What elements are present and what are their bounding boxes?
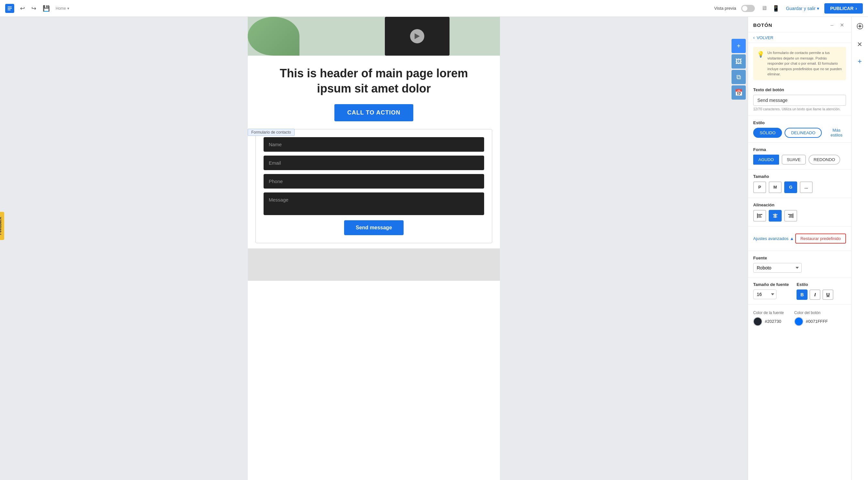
advanced-label: Ajustes avanzados — [753, 236, 788, 241]
page-header-title: This is header of main page lorem ipsum … — [261, 66, 487, 96]
forma-suave-button[interactable]: SUAVE — [782, 155, 806, 164]
advanced-row: Ajustes avanzados ▲ Restaurar predefinid… — [753, 231, 846, 246]
publicar-label: PUBLICAR — [830, 6, 854, 11]
font-select[interactable]: Roboto — [753, 263, 802, 273]
floating-toolbar: + 🖼 ⧉ 📅 — [730, 36, 748, 102]
color-boton-value: #0071FFFF — [806, 319, 828, 324]
align-center-icon — [773, 213, 778, 218]
mobile-icon[interactable]: 📱 — [771, 4, 781, 13]
panel-texto-seccion: Texto del botón 12/70 caracteres. Utiliz… — [748, 84, 851, 114]
guardar-label: Guardar y salir — [786, 6, 816, 11]
estilo-label: Estilo — [753, 120, 846, 125]
color-fuente-swatch[interactable] — [753, 317, 762, 326]
cta-wrapper: CALL TO ACTION — [248, 101, 500, 129]
forma-agudo-button[interactable]: AGUDO — [753, 155, 779, 164]
topbar-actions: ↩ ↪ 💾 — [18, 3, 52, 14]
restaurar-button[interactable]: Restaurar predefinido — [795, 234, 846, 244]
video-placeholder[interactable] — [385, 17, 450, 56]
color-fuente-swatch-row: #202730 — [753, 317, 784, 326]
size-m-button[interactable]: M — [769, 181, 782, 193]
svg-rect-8 — [793, 213, 793, 218]
ajustes-avanzados-button[interactable]: Ajustes avanzados ▲ — [753, 236, 794, 241]
home-label: Home — [56, 6, 66, 11]
color-fuente-item: Color de la fuente #202730 — [753, 310, 784, 326]
estilo-mas-button[interactable]: Más estilos — [827, 128, 846, 138]
contact-form: Name Email Phone Message Send message — [255, 129, 492, 243]
panel-estilo-seccion: Estilo SÓLIDO DELINEADO Más estilos — [748, 117, 851, 141]
home-menu-button[interactable]: Home ▾ — [56, 6, 69, 11]
italic-button[interactable]: I — [809, 290, 820, 300]
close-panel-button[interactable]: ✕ — [855, 38, 864, 50]
alineacion-label: Alineación — [753, 203, 846, 207]
panel-back-button[interactable]: ‹ VOLVER — [748, 32, 851, 43]
save-draft-button[interactable]: 💾 — [41, 3, 52, 14]
home-chevron-icon: ▾ — [67, 6, 69, 11]
topbar-left: ↩ ↪ 💾 Home ▾ — [5, 3, 69, 14]
form-section-label: Formulario de contacto — [248, 129, 294, 136]
size-p-button[interactable]: P — [753, 181, 766, 193]
leaf-decoration — [248, 17, 300, 56]
form-section-wrapper: Formulario de contacto Name Email Phone … — [248, 129, 500, 243]
align-center-button[interactable] — [769, 210, 782, 221]
svg-rect-9 — [788, 214, 792, 215]
add-section-button[interactable]: + — [856, 55, 864, 68]
svg-rect-6 — [774, 215, 777, 216]
bold-button[interactable]: B — [797, 290, 808, 300]
form-field-phone[interactable]: Phone — [264, 174, 484, 188]
preview-toggle[interactable] — [741, 5, 755, 12]
float-image-button[interactable]: 🖼 — [732, 54, 746, 68]
redo-button[interactable]: ↪ — [29, 3, 38, 14]
desktop-icon[interactable]: 🖥 — [760, 4, 768, 13]
texto-boton-input[interactable] — [753, 95, 846, 106]
color-boton-swatch[interactable] — [794, 317, 803, 326]
page-header-text: This is header of main page lorem ipsum … — [248, 56, 500, 101]
play-button[interactable] — [410, 29, 424, 43]
form-submit-button[interactable]: Send message — [344, 220, 404, 235]
estilo-buttons-row: SÓLIDO DELINEADO Más estilos — [753, 128, 846, 138]
form-field-message[interactable]: Message — [264, 192, 484, 215]
form-submit-wrapper: Send message — [264, 220, 484, 235]
color-row: Color de la fuente #202730 Color del bot… — [753, 310, 846, 326]
estilo-delineado-button[interactable]: DELINEADO — [784, 128, 822, 138]
underline-button[interactable]: U — [823, 290, 833, 300]
feedback-tab[interactable]: Feedback — [0, 212, 4, 240]
right-panel: BOTÓN – ✕ ‹ VOLVER 💡 Un formulario de co… — [748, 17, 851, 480]
texto-boton-label: Texto del botón — [753, 87, 846, 92]
panel-minimize-button[interactable]: – — [829, 21, 835, 29]
advanced-chevron-icon: ▲ — [790, 236, 794, 241]
guardar-chevron-icon: ▾ — [817, 6, 819, 11]
far-right-panel: ✕ + — [851, 17, 868, 480]
form-field-email[interactable]: Email — [264, 156, 484, 170]
align-buttons-row — [753, 210, 846, 221]
float-copy-button[interactable]: ⧉ — [732, 70, 746, 84]
undo-button[interactable]: ↩ — [18, 3, 27, 14]
svg-rect-7 — [773, 217, 777, 217]
cta-button[interactable]: CALL TO ACTION — [334, 104, 414, 121]
float-add-button[interactable]: + — [732, 39, 746, 53]
align-left-button[interactable] — [753, 210, 766, 221]
form-field-name[interactable]: Name — [264, 137, 484, 152]
main-layout: Feedback This is header of main page lor… — [0, 17, 868, 480]
panel-info-text: Un formulario de contacto permite a tus … — [768, 50, 842, 77]
size-dots-button[interactable]: ... — [800, 181, 813, 193]
topbar-right: Vista previa 🖥 📱 Guardar y salir ▾ PUBLI… — [714, 3, 863, 13]
float-calendar-button[interactable]: 📅 — [732, 85, 746, 100]
panel-color-seccion: Color de la fuente #202730 Color del bot… — [748, 306, 851, 329]
publicar-button[interactable]: PUBLICAR › — [824, 3, 863, 13]
estilo-solido-button[interactable]: SÓLIDO — [753, 128, 782, 138]
svg-rect-5 — [773, 214, 777, 215]
size-g-button[interactable]: G — [784, 181, 797, 193]
panel-fuente-seccion: Fuente Roboto — [748, 252, 851, 276]
panel-close-button[interactable]: ✕ — [838, 21, 846, 29]
font-select-wrapper: Roboto — [753, 263, 846, 273]
forma-redondo-button[interactable]: REDONDO — [808, 155, 840, 164]
forma-label: Forma — [753, 147, 846, 152]
publicar-arrow-icon: › — [856, 6, 857, 11]
guardar-salir-button[interactable]: Guardar y salir ▾ — [786, 6, 819, 11]
font-size-select[interactable]: 16 — [753, 290, 776, 299]
color-fuente-value: #202730 — [765, 319, 781, 324]
network-icon-button[interactable] — [855, 21, 865, 33]
align-right-button[interactable] — [784, 210, 797, 221]
font-size-group: Tamaño de fuente 16 — [753, 282, 789, 299]
tamano-fuente-label: Tamaño de fuente — [753, 282, 789, 287]
